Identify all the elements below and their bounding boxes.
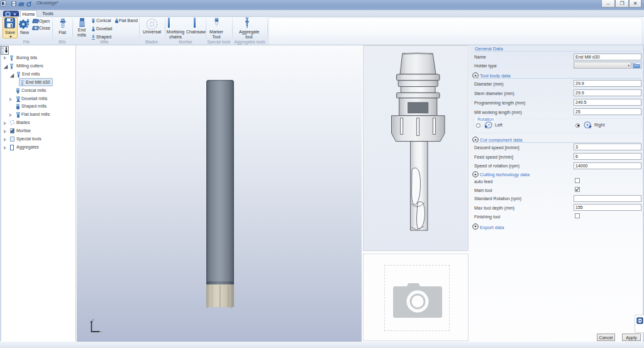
svg-text:x: x (101, 330, 103, 334)
svg-text:z: z (92, 318, 94, 322)
